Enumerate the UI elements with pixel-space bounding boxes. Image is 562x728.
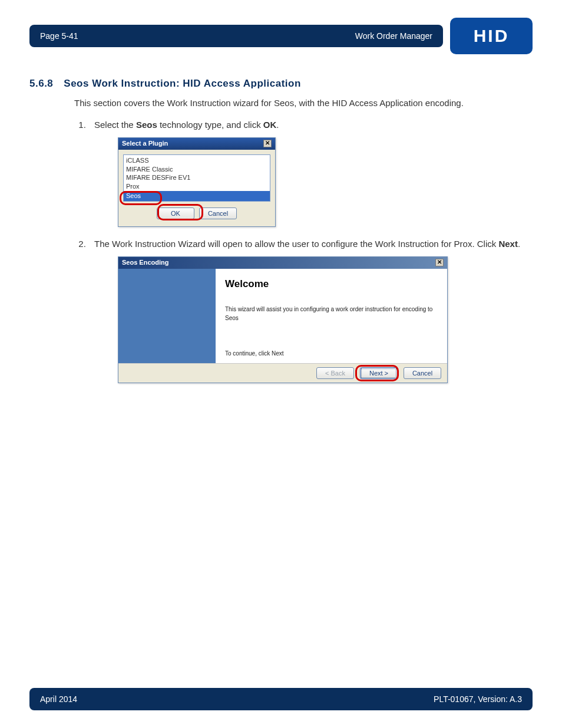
step1-text-c: . [276, 120, 279, 130]
step1-bold-ok: OK [263, 120, 277, 130]
wizard-continue-hint: To continue, click Next [225, 350, 438, 358]
next-button[interactable]: Next > [360, 367, 398, 379]
step-1: Select the Seos technology type, and cli… [88, 118, 533, 227]
footer-date: April 2014 [40, 694, 77, 704]
section-intro: This section covers the Work Instruction… [74, 98, 533, 108]
list-item-selected[interactable]: Seos [124, 191, 270, 201]
seos-encoding-wizard: Seos Encoding ✕ Welcome This wizard will… [118, 256, 448, 383]
dialog2-title: Seos Encoding [122, 258, 168, 268]
list-item[interactable]: MIFARE DESFire EV1 [126, 173, 267, 182]
wizard-heading: Welcome [225, 277, 438, 292]
doc-title: Work Order Manager [355, 31, 432, 41]
cancel-button[interactable]: Cancel [199, 207, 237, 219]
step2-text-b: . [518, 239, 520, 249]
page-number: Page 5-41 [40, 31, 78, 41]
wizard-description: This wizard will assist you in configuri… [225, 305, 438, 322]
cancel-button[interactable]: Cancel [404, 367, 441, 379]
page-header: Page 5-41 Work Order Manager HID [29, 18, 533, 54]
back-button: < Back [316, 367, 354, 379]
page-footer: April 2014 PLT-01067, Version: A.3 [29, 688, 533, 710]
step1-bold-seos: Seos [136, 120, 157, 130]
list-item[interactable]: Prox [126, 182, 267, 191]
step2-text-a: The Work Instruction Wizard will open to… [94, 239, 498, 249]
section-number: 5.6.8 [29, 78, 53, 90]
step-2: The Work Instruction Wizard will open to… [88, 238, 533, 383]
hid-logo: HID [450, 18, 533, 54]
close-icon[interactable]: ✕ [435, 259, 444, 266]
footer-version: PLT-01067, Version: A.3 [434, 694, 522, 704]
list-item[interactable]: MIFARE Classic [126, 165, 267, 174]
step2-bold-next: Next [498, 239, 518, 249]
wizard-side-panel [118, 269, 216, 363]
step1-text-b: technology type, and click [157, 120, 263, 130]
plugin-listbox[interactable]: iCLASS MIFARE Classic MIFARE DESFire EV1… [123, 154, 270, 202]
section-heading: 5.6.8 Seos Work Instruction: HID Access … [29, 78, 533, 90]
ok-button[interactable]: OK [157, 207, 194, 219]
list-item[interactable]: iCLASS [126, 156, 267, 165]
select-plugin-dialog: Select a Plugin ✕ iCLASS MIFARE Classic … [118, 137, 276, 227]
close-icon[interactable]: ✕ [263, 140, 272, 147]
step1-text-a: Select the [94, 120, 136, 130]
section-title: Seos Work Instruction: HID Access Applic… [64, 78, 301, 90]
header-bar: Page 5-41 Work Order Manager [29, 25, 443, 47]
dialog1-titlebar: Select a Plugin ✕ [118, 138, 275, 150]
dialog1-title: Select a Plugin [122, 139, 168, 149]
dialog2-titlebar: Seos Encoding ✕ [118, 257, 447, 269]
